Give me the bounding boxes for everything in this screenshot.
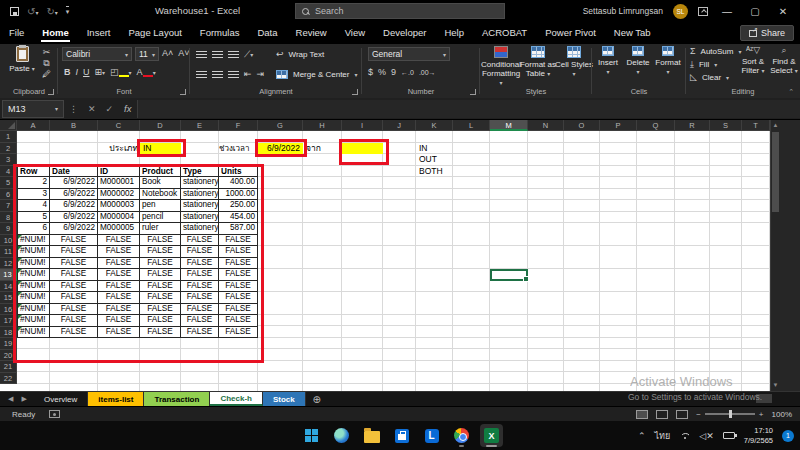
table-cell[interactable]: 5 <box>17 212 50 224</box>
table-cell[interactable]: FALSE <box>181 304 219 316</box>
row-header-16[interactable]: 16 <box>0 304 17 316</box>
grid-body[interactable]: 12345678910111213141516171819202122 ประเ… <box>0 131 770 391</box>
start-button[interactable] <box>300 424 323 447</box>
column-header-N[interactable]: N <box>528 120 564 131</box>
table-cell[interactable]: #NUM! <box>17 258 50 270</box>
table-cell[interactable]: M000001 <box>98 177 140 189</box>
table-cell[interactable]: M000005 <box>98 223 140 235</box>
row-header-21[interactable]: 21 <box>0 361 17 373</box>
cancel-entry-icon[interactable]: ✕ <box>83 104 101 114</box>
column-header-S[interactable]: S <box>710 120 742 131</box>
font-dialog-launcher[interactable] <box>180 89 186 95</box>
shrink-font-icon[interactable]: A˅ <box>178 49 189 58</box>
close-button[interactable]: ✕ <box>774 6 792 17</box>
column-header-G[interactable]: G <box>258 120 303 131</box>
table-cell[interactable]: stationery <box>181 189 219 201</box>
collapse-ribbon-icon[interactable]: ⌃ <box>788 88 794 96</box>
table-cell[interactable]: 250.00 <box>219 200 258 212</box>
table-cell[interactable]: Notebook <box>140 189 181 201</box>
decrease-decimal-icon[interactable]: .00→ <box>419 69 436 76</box>
align-middle-icon[interactable] <box>212 51 223 59</box>
table-cell[interactable]: #NUM! <box>17 269 50 281</box>
table-cell[interactable]: FALSE <box>50 269 98 281</box>
column-header-J[interactable]: J <box>383 120 416 131</box>
table-cell[interactable]: 3 <box>17 189 50 201</box>
align-top-icon[interactable] <box>196 51 207 59</box>
column-header-D[interactable]: D <box>140 120 181 131</box>
row-header-8[interactable]: 8 <box>0 212 17 224</box>
column-header-O[interactable]: O <box>564 120 600 131</box>
font-color-icon[interactable]: A▾ <box>137 68 156 77</box>
zoom-level[interactable]: 100% <box>772 410 792 419</box>
table-cell[interactable]: #NUM! <box>17 246 50 258</box>
format-cells-button[interactable]: Format▾ <box>654 46 682 76</box>
table-cell[interactable]: FALSE <box>181 292 219 304</box>
row-header-9[interactable]: 9 <box>0 223 17 235</box>
orientation-icon[interactable]: ⟋▾ <box>244 50 253 59</box>
cell-k2-option[interactable]: IN <box>419 143 428 155</box>
wrap-text-button[interactable]: ↩ Wrap Text <box>276 50 324 59</box>
sheet-tab-check-h[interactable]: Check-h <box>210 392 263 406</box>
search-input[interactable] <box>315 6 498 16</box>
fill-color-icon[interactable]: ◰▾ <box>110 68 132 77</box>
table-cell[interactable]: Type <box>181 166 219 178</box>
table-cell[interactable]: 6/9/2022 <box>50 200 98 212</box>
accounting-format-icon[interactable]: $ <box>368 68 373 77</box>
tray-expand-icon[interactable]: ⌃ <box>638 431 646 441</box>
cell-h2-from-label[interactable]: จาก <box>306 143 321 155</box>
cell-c2-category-label[interactable]: ประเภท <box>98 143 138 155</box>
table-cell[interactable]: ID <box>98 166 140 178</box>
table-cell[interactable]: #NUM! <box>17 304 50 316</box>
decrease-indent-icon[interactable]: ⇤ <box>244 70 252 79</box>
table-cell[interactable]: FALSE <box>181 258 219 270</box>
increase-decimal-icon[interactable]: ←.0 <box>401 69 414 76</box>
vertical-scrollbar[interactable]: ▲ ▼ <box>770 120 779 391</box>
table-cell[interactable]: 2 <box>17 177 50 189</box>
row-header-7[interactable]: 7 <box>0 200 17 212</box>
table-cell[interactable]: FALSE <box>219 304 258 316</box>
cell-d2-category-value[interactable]: IN <box>140 143 181 155</box>
align-right-icon[interactable] <box>228 71 239 79</box>
sheet-tab-stock[interactable]: Stock <box>263 392 306 406</box>
table-cell[interactable]: 1000.00 <box>219 189 258 201</box>
avatar[interactable]: SL <box>673 4 688 19</box>
account-name[interactable]: Settasub Limrungsan <box>583 6 663 16</box>
edge-taskbar-icon[interactable] <box>330 424 353 447</box>
row-header-1[interactable]: 1 <box>0 131 17 143</box>
macro-record-icon[interactable] <box>49 410 60 418</box>
autosum-button[interactable]: Σ AutoSum▾ <box>690 47 742 56</box>
number-format-select[interactable]: General▾ <box>368 47 450 61</box>
zoom-thumb[interactable] <box>729 410 732 418</box>
table-cell[interactable]: FALSE <box>181 269 219 281</box>
zoom-slider[interactable]: − + <box>696 410 763 419</box>
row-header-14[interactable]: 14 <box>0 281 17 293</box>
ribbon-tab-developer[interactable]: Developer <box>374 22 435 44</box>
borders-icon[interactable]: ⊞▾ <box>95 68 106 77</box>
row-header-17[interactable]: 17 <box>0 315 17 327</box>
column-header-H[interactable]: H <box>303 120 342 131</box>
table-cell[interactable]: FALSE <box>140 292 181 304</box>
ribbon-tab-acrobat[interactable]: ACROBAT <box>473 22 536 44</box>
table-cell[interactable]: stationery <box>181 223 219 235</box>
column-header-B[interactable]: B <box>50 120 98 131</box>
column-header-K[interactable]: K <box>416 120 453 131</box>
align-left-icon[interactable] <box>196 71 207 79</box>
row-header-10[interactable]: 10 <box>0 235 17 247</box>
zoom-out-icon[interactable]: − <box>696 410 701 419</box>
share-button[interactable]: Share <box>740 25 794 41</box>
ribbon-tab-file[interactable]: File <box>0 22 33 44</box>
formula-input[interactable] <box>137 100 800 118</box>
vertical-scroll-thumb[interactable] <box>772 132 779 212</box>
next-sheet-icon[interactable]: ▶ <box>21 395 26 403</box>
column-header-Q[interactable]: Q <box>637 120 675 131</box>
column-header-E[interactable]: E <box>181 120 219 131</box>
table-cell[interactable]: 4 <box>17 200 50 212</box>
row-header-15[interactable]: 15 <box>0 292 17 304</box>
table-cell[interactable]: #NUM! <box>17 315 50 327</box>
sort-filter-button[interactable]: ᴬᶻ▽ Sort & Filter ▾ <box>738 46 768 75</box>
table-cell[interactable]: 400.00 <box>219 177 258 189</box>
line-taskbar-icon[interactable]: L <box>420 424 443 447</box>
table-cell[interactable]: Date <box>50 166 98 178</box>
ribbon-tab-help[interactable]: Help <box>435 22 473 44</box>
table-cell[interactable]: FALSE <box>181 281 219 293</box>
